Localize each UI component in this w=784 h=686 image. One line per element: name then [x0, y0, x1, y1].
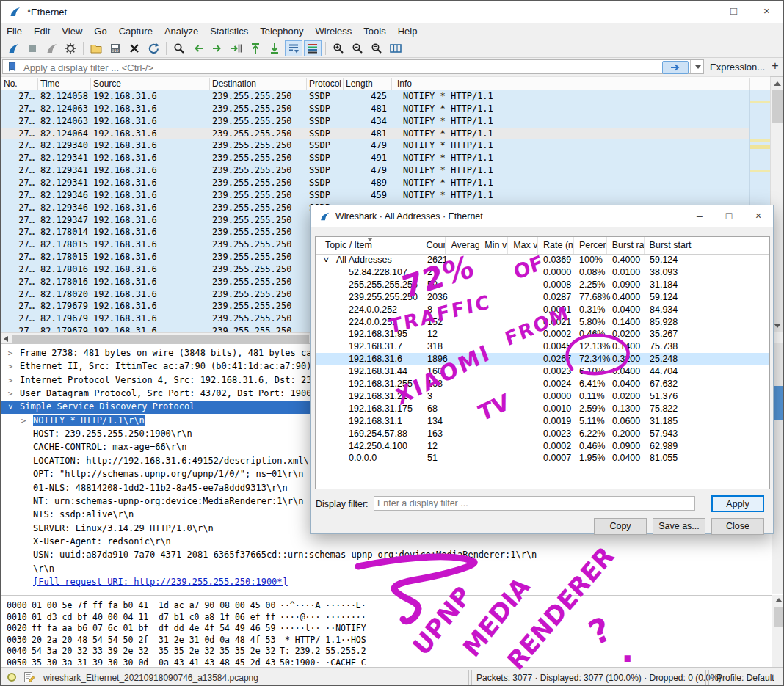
zoom-original-icon[interactable]	[368, 40, 385, 56]
scrollbar-thumb[interactable]	[772, 90, 783, 123]
stats-row[interactable]: 239.255.255.25020360.028777.68%0.400059.…	[316, 291, 769, 304]
stats-column-burststart[interactable]: Burst start	[645, 237, 769, 254]
hex-ascii[interactable]: ····@··· ········	[280, 612, 366, 622]
packet-row[interactable]: 27…82.129346192.168.31.6239.255.255.250S…	[1, 189, 749, 202]
packet-row[interactable]: 27…82.124063192.168.31.6239.255.255.250S…	[1, 103, 749, 115]
add-filter-button[interactable]: +	[769, 59, 782, 73]
go-to-top-icon[interactable]	[247, 40, 264, 56]
packet-row[interactable]: 27…82.129341192.168.31.6239.255.255.250S…	[1, 164, 749, 177]
stats-row[interactable]: 52.84.228.10720.00000.08%0.010038.093	[316, 266, 769, 279]
statistics-table-header[interactable]: Topic / ItemCountAverageMin valMax valRa…	[316, 237, 769, 255]
dialog-minimize-button[interactable]: –	[685, 205, 714, 227]
stats-column-burstrate[interactable]: Burst rate	[607, 237, 645, 254]
scroll-up-icon[interactable]	[775, 598, 783, 602]
stats-row[interactable]: 192.168.31.95120.00020.46%0.020035.267	[316, 328, 769, 340]
chevron-collapsed-icon[interactable]: >	[7, 362, 14, 371]
stats-row[interactable]: 192.168.31.11340.00195.11%0.060031.185	[316, 415, 769, 428]
stats-row[interactable]: 255.255.255.255590.00082.25%0.090031.184	[316, 279, 769, 291]
profile-indicator[interactable]: Profile: Default	[716, 673, 774, 683]
column-separator[interactable]	[749, 78, 750, 90]
scrollbar-thumb[interactable]	[774, 386, 784, 420]
column-header-info[interactable]: Info	[397, 79, 412, 89]
dialog-maximize-button[interactable]: □	[714, 205, 744, 227]
stats-column-maxval[interactable]: Max val	[508, 237, 538, 254]
packet-row[interactable]: 27…82.124063192.168.31.6239.255.255.250S…	[1, 115, 749, 128]
menu-go[interactable]: Go	[88, 26, 112, 37]
display-filter-box[interactable]	[2, 59, 704, 74]
stats-row[interactable]: 224.0.0.2511520.00215.80%0.140085.928	[316, 316, 769, 329]
zoom-in-icon[interactable]	[330, 40, 347, 56]
column-separator[interactable]	[391, 78, 392, 90]
menu-view[interactable]: View	[56, 26, 88, 37]
hex-ascii[interactable]: T: 239.2 55.255.2	[280, 646, 366, 656]
stats-row[interactable]: 192.168.31.441600.00236.10%0.040044.704	[316, 365, 769, 378]
stats-row[interactable]: 192.168.31.175680.00102.59%0.130075.822	[316, 403, 769, 415]
stats-column-topicitem[interactable]: Topic / Item	[316, 237, 421, 254]
packet-row[interactable]: 27…82.129340192.168.31.6239.255.255.250S…	[1, 139, 749, 152]
hex-bytes[interactable]: 01 00 5e 7f ff fa b0 41 1d ac a7 90 08 0…	[32, 600, 275, 610]
expression-button[interactable]: Expression...	[710, 62, 765, 73]
full-request-uri-link[interactable]: [Full request URI: http://239.255.255.25…	[33, 577, 288, 587]
column-header-protocol[interactable]: Protocol	[309, 79, 341, 89]
stats-row[interactable]: >All Addresses26210.0369100%0.400059.124	[316, 254, 769, 266]
packet-list-header[interactable]: No.TimeSourceDestinationProtocolLengthIn…	[1, 76, 770, 92]
detail-line[interactable]: \r\n	[1, 563, 769, 576]
column-header-destination[interactable]: Destination	[212, 79, 256, 89]
save-as-button[interactable]: Save as...	[653, 518, 705, 535]
filter-dropdown-caret[interactable]	[690, 60, 705, 73]
filter-bookmark-icon[interactable]	[7, 61, 18, 73]
menu-statistics[interactable]: Statistics	[204, 26, 254, 37]
scroll-up-icon[interactable]	[774, 81, 781, 86]
open-file-icon[interactable]	[87, 40, 105, 56]
go-to-packet-icon[interactable]	[228, 40, 245, 56]
chevron-collapsed-icon[interactable]: >	[7, 349, 14, 358]
scroll-down-icon[interactable]	[774, 324, 781, 328]
hex-bytes[interactable]: 20 2a 20 48 54 54 50 2f 31 2e 31 0d 0a 4…	[32, 635, 275, 645]
save-file-icon[interactable]: 010	[106, 40, 124, 56]
detail-line[interactable]: USN: uuid:a87da910-7a70-4371-2081-6365f3…	[1, 549, 769, 562]
menu-file[interactable]: File	[1, 26, 28, 37]
stats-row[interactable]: 192.168.31.2130.00000.11%0.020051.376	[316, 390, 769, 403]
stats-column-count[interactable]: Count	[421, 237, 446, 254]
column-separator[interactable]	[343, 78, 344, 90]
restart-capture-icon[interactable]	[43, 40, 60, 56]
column-separator[interactable]	[209, 78, 210, 90]
menu-capture[interactable]: Capture	[113, 26, 159, 37]
close-button[interactable]: Close	[711, 518, 764, 535]
copy-button[interactable]: Copy	[594, 518, 647, 535]
go-back-icon[interactable]	[189, 40, 207, 56]
scrollbar-thumb[interactable]	[774, 607, 784, 627]
column-header-source[interactable]: Source	[93, 79, 121, 89]
chevron-expanded-icon[interactable]: >	[6, 404, 15, 411]
stats-column-minval[interactable]: Min val	[479, 237, 508, 254]
display-filter-input[interactable]	[22, 61, 642, 74]
stop-capture-icon[interactable]	[23, 40, 41, 56]
menu-edit[interactable]: Edit	[28, 26, 56, 37]
stats-row[interactable]: 192.168.31.73180.004512.13%0.140075.738	[316, 340, 769, 353]
apply-filter-arrow-button[interactable]	[662, 61, 689, 74]
column-separator[interactable]	[90, 78, 91, 90]
packet-row[interactable]: 27…82.129341192.168.31.6239.255.255.250S…	[1, 177, 749, 189]
chevron-collapsed-icon[interactable]: >	[7, 376, 14, 385]
column-separator[interactable]	[37, 78, 38, 90]
colorize-icon[interactable]	[304, 40, 322, 56]
menu-help[interactable]: Help	[392, 26, 424, 37]
menu-telephony[interactable]: Telephony	[254, 26, 309, 37]
column-separator[interactable]	[306, 78, 307, 90]
capture-file-name[interactable]: wireshark_Ethernet_20210918090746_a13584…	[43, 673, 258, 683]
stats-column-ratems[interactable]: Rate (ms)	[538, 237, 574, 254]
apply-button[interactable]: Apply	[711, 495, 764, 512]
hex-ascii[interactable]: 50:1900· ·CACHE-C	[280, 657, 366, 668]
hex-ascii[interactable]: * HTTP/ 1.1··HOS	[280, 635, 366, 645]
hex-bytes[interactable]: 35 30 3a 31 39 30 30 0d 0a 43 41 43 48 4…	[32, 657, 275, 668]
stats-column-average[interactable]: Average	[446, 237, 479, 254]
column-header-time[interactable]: Time	[40, 79, 59, 89]
packet-row[interactable]: 27…82.124058192.168.31.6239.255.255.250S…	[1, 90, 749, 103]
hex-bytes[interactable]: ff fa aa b6 07 6c 01 bf df dd 4e 4f 54 4…	[32, 623, 275, 633]
go-to-bottom-icon[interactable]	[266, 40, 283, 56]
detail-line[interactable]: [Full request URI: http://239.255.255.25…	[1, 576, 769, 589]
resize-columns-icon[interactable]	[387, 40, 404, 56]
stats-column-percent[interactable]: Percent	[574, 237, 607, 254]
go-forward-icon[interactable]	[208, 40, 226, 56]
close-file-icon[interactable]	[126, 40, 143, 56]
